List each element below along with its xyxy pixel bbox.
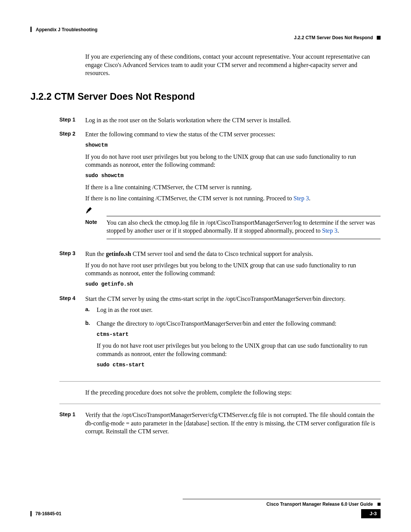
link-step-3[interactable]: Step 3	[293, 195, 309, 201]
substep-label: b.	[85, 320, 97, 372]
note-label: Note	[85, 219, 107, 235]
page-footer: Cisco Transport Manager Release 6.0 User…	[30, 499, 381, 518]
step-label: Step 2	[59, 130, 85, 247]
step-label: Step 1	[59, 116, 85, 128]
header-right: J.2.2 CTM Server Does Not Respond	[294, 35, 381, 41]
command-showctm: showctm	[85, 142, 381, 149]
command-sudo-ctms-start: sudo ctms-start	[97, 361, 381, 369]
running-header: Appendix J Troubleshooting J.2.2 CTM Ser…	[30, 14, 381, 22]
getinfo-bold: getinfo.sh	[106, 251, 131, 257]
substep-b-text-2: If you do not have root user privileges …	[97, 342, 381, 358]
step-1-text: Log in as the root user on the Solaris w…	[85, 116, 381, 125]
step-2-text-2: If you do not have root user privileges …	[85, 153, 381, 169]
command-ctms-start: ctms-start	[97, 331, 381, 338]
footer-rule	[183, 499, 381, 499]
step-4: Step 4 Start the CTM server by using the…	[85, 295, 381, 375]
substep-b-text: Change the directory to /opt/CiscoTransp…	[97, 320, 381, 328]
step-4-text-1: Start the CTM server by using the ctms-s…	[85, 295, 381, 303]
note-rule-bottom	[107, 239, 381, 239]
step-body: Run the getinfo.sh CTM server tool and s…	[85, 250, 381, 292]
footer-row-1: Cisco Transport Manager Release 6.0 User…	[30, 501, 381, 508]
footer-guide-title: Cisco Transport Manager Release 6.0 User…	[266, 501, 373, 507]
step-2-text-4: If there is no line containing /CTMServe…	[85, 194, 381, 203]
note-text: You can also check the ctmop.log file in…	[107, 219, 381, 235]
divider-rule	[59, 404, 381, 404]
step-b-1-text: Verify that the /opt/CiscoTransportManag…	[85, 411, 381, 436]
step-label: Step 3	[59, 250, 85, 292]
substep-a-text: Log in as the root user.	[97, 306, 381, 314]
step-3-text-2: If you do not have root user privileges …	[85, 261, 381, 278]
link-step-3[interactable]: Step 3	[322, 227, 337, 234]
substep-b: b. Change the directory to /opt/CiscoTra…	[85, 320, 381, 372]
step-3: Step 3 Run the getinfo.sh CTM server too…	[85, 250, 381, 292]
step-label: Step 4	[59, 295, 85, 375]
intro-paragraph: If you are experiencing any of these con…	[85, 53, 381, 77]
step-2-text: Enter the following command to view the …	[85, 130, 381, 139]
footer-row-2: 78-16845-01 J-3	[30, 509, 381, 518]
step-2-text-4-post: .	[309, 195, 311, 201]
note-rule-top	[107, 208, 381, 216]
page-content: If you are experiencing any of these con…	[85, 53, 381, 439]
step-body: Start the CTM server by using the ctms-s…	[85, 295, 381, 375]
substep-a: a. Log in as the root user.	[85, 306, 381, 317]
step-1: Step 1 Log in as the root user on the So…	[85, 116, 381, 128]
step-2-text-4-pre: If there is no line containing /CTMServe…	[85, 195, 293, 201]
step-body: Verify that the /opt/CiscoTransportManag…	[85, 411, 381, 439]
header-chapter: Appendix J Troubleshooting	[36, 27, 97, 33]
step-2-text-3: If there is a line containing /CTMServer…	[85, 183, 381, 192]
header-section: J.2.2 CTM Server Does Not Respond	[294, 35, 373, 41]
command-sudo-showctm: sudo showctm	[85, 172, 381, 179]
step-body: Log in as the root user on the Solaris w…	[85, 116, 381, 128]
header-square-icon	[377, 36, 381, 40]
section-heading: J.2.2 CTM Server Does Not Respond	[30, 90, 381, 103]
divider-rule	[59, 381, 381, 382]
step-body: Enter the following command to view the …	[85, 130, 381, 247]
note-block: Note You can also check the ctmop.log fi…	[85, 207, 381, 239]
document-page: Appendix J Troubleshooting J.2.2 CTM Ser…	[0, 0, 411, 532]
footer-page-number: J-3	[361, 509, 381, 518]
step-2: Step 2 Enter the following command to vi…	[85, 130, 381, 247]
footer-square-icon	[378, 503, 381, 506]
footer-docid-wrap: 78-16845-01	[30, 511, 61, 517]
pencil-icon	[85, 206, 94, 216]
step-b-1: Step 1 Verify that the /opt/CiscoTranspo…	[85, 411, 381, 439]
footer-docid: 78-16845-01	[35, 511, 61, 517]
substep-body: Change the directory to /opt/CiscoTransp…	[97, 320, 381, 372]
step-3-text-1: Run the getinfo.sh CTM server tool and s…	[85, 250, 381, 258]
header-bar-icon	[30, 27, 32, 32]
mid-paragraph: If the preceding procedure does not solv…	[85, 388, 381, 397]
substep-body: Log in as the root user.	[97, 306, 381, 317]
note-text-post: .	[338, 227, 339, 234]
command-sudo-getinfo: sudo getinfo.sh	[85, 281, 381, 288]
substep-label: a.	[85, 306, 97, 317]
step-label: Step 1	[59, 411, 85, 439]
footer-bar-icon	[30, 511, 32, 516]
